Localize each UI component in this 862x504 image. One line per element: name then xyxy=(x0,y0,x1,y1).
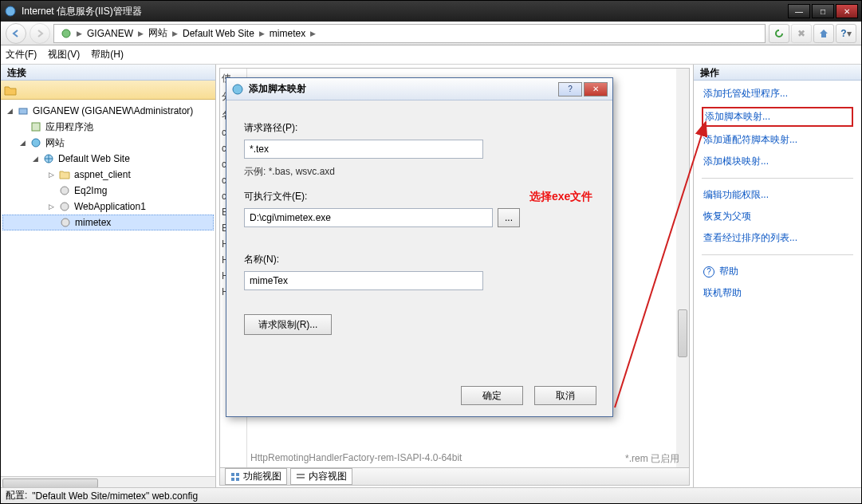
globe-icon xyxy=(42,152,55,165)
actions-pane: 操作 添加托管处理程序... 添加脚本映射... 添加通配符脚本映射... 添加… xyxy=(694,65,861,489)
caret-right-icon[interactable]: ▷ xyxy=(47,203,55,211)
refresh-button[interactable] xyxy=(769,24,789,43)
browse-button[interactable]: ... xyxy=(498,208,520,227)
menubar: 文件(F) 视图(V) 帮助(H) xyxy=(1,45,861,65)
tree-default-site[interactable]: ◢ Default Web Site xyxy=(2,151,214,167)
action-add-module[interactable]: 添加模块映射... xyxy=(702,153,853,170)
maximize-button[interactable]: □ xyxy=(812,4,834,18)
dialog-help-button[interactable]: ? xyxy=(558,82,582,96)
connections-toolbar[interactable] xyxy=(1,81,215,100)
app-icon xyxy=(58,184,71,197)
breadcrumb-item[interactable]: GIGANEW xyxy=(84,28,136,39)
breadcrumb-item[interactable]: 网站 xyxy=(145,26,171,40)
caret-down-icon[interactable]: ◢ xyxy=(6,107,14,115)
tree-child[interactable]: ▷ WebApplication1 xyxy=(2,199,214,215)
dialog-titlebar[interactable]: 添加脚本映射 ? ✕ xyxy=(226,78,612,100)
action-edit-permissions[interactable]: 编辑功能权限... xyxy=(702,187,853,203)
action-revert[interactable]: 恢复为父项 xyxy=(702,208,853,225)
breadcrumb-item[interactable]: Default Web Site xyxy=(179,28,258,39)
breadcrumb-root-icon[interactable] xyxy=(57,28,75,39)
view-tab-features[interactable]: 功能视图 xyxy=(225,468,287,485)
connections-tree[interactable]: ◢ GIGANEW (GIGANEW\Administrator) 应用程序池 … xyxy=(1,100,215,476)
breadcrumb[interactable]: ▶ GIGANEW ▶ 网站 ▶ Default Web Site ▶ mime… xyxy=(53,24,766,43)
close-button[interactable]: ✕ xyxy=(836,4,858,18)
actions-header: 操作 xyxy=(694,65,861,81)
svg-rect-9 xyxy=(231,473,234,476)
tree-label: Default Web Site xyxy=(58,153,130,164)
svg-rect-12 xyxy=(236,478,239,481)
executable-input[interactable] xyxy=(244,208,493,227)
tree-sites[interactable]: ◢ 网站 xyxy=(2,135,214,151)
apppool-icon xyxy=(30,120,42,133)
separator xyxy=(702,254,853,255)
statusbar: 配置: "Default Web Site/mimetex" web.confi… xyxy=(1,487,861,503)
action-add-managed[interactable]: 添加托管处理程序... xyxy=(702,85,853,102)
svg-point-8 xyxy=(61,219,69,226)
minimize-button[interactable]: — xyxy=(788,4,810,18)
tree-child-selected[interactable]: mimetex xyxy=(2,215,214,230)
center-view-tabs: 功能视图 内容视图 xyxy=(220,467,689,485)
svg-rect-2 xyxy=(19,108,27,114)
request-path-label: 请求路径(P): xyxy=(244,121,595,135)
status-label: 配置: xyxy=(6,489,27,502)
caret-down-icon[interactable]: ◢ xyxy=(31,155,39,163)
stop-button[interactable]: ✖ xyxy=(791,24,812,43)
menu-file[interactable]: 文件(F) xyxy=(6,48,37,61)
svg-point-6 xyxy=(61,187,69,195)
action-online-help[interactable]: 联机帮助 xyxy=(702,285,853,301)
tree-label: WebApplication1 xyxy=(74,201,146,212)
action-add-wildcard[interactable]: 添加通配符脚本映射... xyxy=(702,132,853,148)
svg-point-0 xyxy=(6,6,15,16)
action-label: 帮助 xyxy=(719,265,738,278)
ok-button[interactable]: 确定 xyxy=(461,386,523,405)
tree-apppool[interactable]: 应用程序池 xyxy=(2,119,214,135)
tree-label: mimetex xyxy=(75,217,111,228)
chevron-right-icon: ▶ xyxy=(172,30,178,37)
titlebar: Internet 信息服务(IIS)管理器 — □ ✕ xyxy=(1,1,861,22)
grid-icon xyxy=(230,472,240,482)
nav-back-button[interactable] xyxy=(6,23,26,44)
view-tab-label: 内容视图 xyxy=(309,470,347,483)
server-icon xyxy=(17,104,30,117)
nav-forward-button[interactable] xyxy=(30,23,50,44)
tree-child[interactable]: Eq2Img xyxy=(2,183,214,199)
view-tab-content[interactable]: 内容视图 xyxy=(290,468,352,485)
svg-rect-13 xyxy=(297,474,305,475)
request-restrictions-button[interactable]: 请求限制(R)... xyxy=(244,314,332,335)
action-add-script-mapping[interactable]: 添加脚本映射... xyxy=(702,107,853,127)
chevron-right-icon: ▶ xyxy=(138,30,144,37)
iis-icon xyxy=(4,5,17,18)
cancel-button[interactable]: 取消 xyxy=(534,386,596,405)
tree-label: Eq2Img xyxy=(74,185,107,196)
tree-label: GIGANEW (GIGANEW\Administrator) xyxy=(33,105,193,116)
app-icon xyxy=(58,200,71,213)
breadcrumb-item[interactable]: mimetex xyxy=(266,28,309,39)
action-help[interactable]: ? 帮助 xyxy=(702,263,853,280)
view-tab-label: 功能视图 xyxy=(243,470,281,483)
svg-point-4 xyxy=(32,139,40,147)
add-script-mapping-dialog: 添加脚本映射 ? ✕ 请求路径(P): 示例: *.bas, wsvc.axd … xyxy=(226,77,613,417)
caret-down-icon[interactable]: ◢ xyxy=(18,139,26,147)
center-last-row: HttpRemotingHandlerFactory-rem-ISAPI-4.0… xyxy=(250,452,679,466)
menu-view[interactable]: 视图(V) xyxy=(48,48,80,61)
action-view-ordered[interactable]: 查看经过排序的列表... xyxy=(702,230,853,246)
tree-child[interactable]: ▷ aspnet_client xyxy=(2,167,214,183)
svg-rect-11 xyxy=(231,478,234,481)
folder-icon xyxy=(58,168,71,181)
chevron-right-icon: ▶ xyxy=(259,30,265,37)
caret-right-icon[interactable]: ▷ xyxy=(47,171,55,179)
connections-pane: 连接 ◢ GIGANEW (GIGANEW\Administrator) 应用程… xyxy=(1,65,216,489)
svg-rect-14 xyxy=(297,477,305,478)
home-button[interactable] xyxy=(813,24,834,43)
request-path-example: 示例: *.bas, wsvc.axd xyxy=(244,165,595,179)
name-input[interactable] xyxy=(244,271,483,290)
center-vscrollbar[interactable] xyxy=(676,69,689,471)
tree-server-node[interactable]: ◢ GIGANEW (GIGANEW\Administrator) xyxy=(2,103,214,119)
menu-help[interactable]: 帮助(H) xyxy=(91,48,124,61)
status-value: "Default Web Site/mimetex" web.config xyxy=(32,490,198,502)
help-dropdown-button[interactable]: ?▾ xyxy=(836,24,856,43)
dialog-close-button[interactable]: ✕ xyxy=(584,82,608,96)
request-path-input[interactable] xyxy=(244,140,483,159)
tree-label: 网站 xyxy=(45,136,65,150)
svg-rect-3 xyxy=(32,123,40,131)
